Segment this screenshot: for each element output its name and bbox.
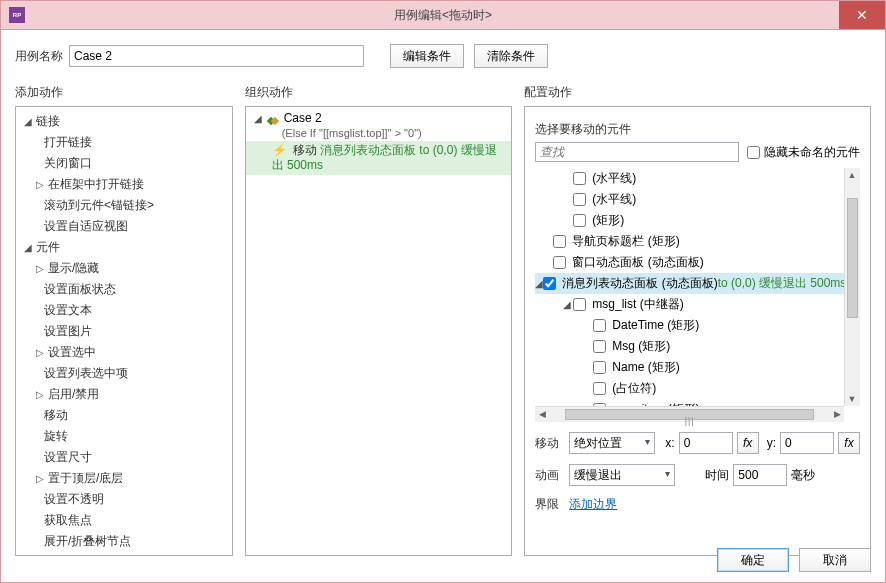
tree-item[interactable]: 设置尺寸 <box>16 447 232 468</box>
action-node[interactable]: ⚡移动 消息列表动态面板 to (0,0) 缓慢退出 500ms <box>246 141 512 175</box>
tree-group[interactable]: ◢链接 <box>16 111 232 132</box>
anim-label: 动画 <box>535 467 569 484</box>
widget-checkbox[interactable] <box>593 382 606 395</box>
widget-checkbox[interactable] <box>543 277 556 290</box>
tree-item[interactable]: 设置不透明 <box>16 489 232 510</box>
widget-checkbox[interactable] <box>593 340 606 353</box>
widget-tree-row[interactable]: ◢消息列表动态面板 (动态面板) to (0,0) 缓慢退出 500ms <box>535 273 844 294</box>
widget-checkbox[interactable] <box>553 235 566 248</box>
widget-label: (水平线) <box>592 170 636 187</box>
tree-item-label: 打开链接 <box>44 134 92 151</box>
x-input[interactable] <box>679 432 733 454</box>
widget-checkbox[interactable] <box>593 319 606 332</box>
widget-tree-row[interactable]: 导航页标题栏 (矩形) <box>535 231 844 252</box>
widget-label: 导航页标题栏 (矩形) <box>572 233 679 250</box>
widget-checkbox[interactable] <box>573 172 586 185</box>
tree-item-label: 设置图片 <box>44 323 92 340</box>
edit-condition-button[interactable]: 编辑条件 <box>390 44 464 68</box>
hide-unnamed-checkbox[interactable] <box>747 146 760 159</box>
widget-tree-row[interactable]: msg_item (矩形) <box>535 399 844 406</box>
x-fx-button[interactable]: fx <box>737 432 759 454</box>
tree-item[interactable]: ▷设置选中 <box>16 342 232 363</box>
tree-item[interactable]: 设置文本 <box>16 300 232 321</box>
tree-item[interactable]: ▷启用/禁用 <box>16 384 232 405</box>
cancel-button[interactable]: 取消 <box>799 548 871 572</box>
widget-checkbox[interactable] <box>573 214 586 227</box>
dialog-footer: 确定 取消 <box>707 548 871 572</box>
tree-item[interactable]: 设置图片 <box>16 321 232 342</box>
widget-tree[interactable]: (水平线)(水平线)(矩形)导航页标题栏 (矩形)窗口动态面板 (动态面板)◢消… <box>535 168 844 406</box>
move-row: 移动 绝对位置 x: fx y: fx <box>535 432 860 454</box>
tree-item-label: 设置选中 <box>48 344 96 361</box>
organize-header: 组织动作 <box>245 84 513 100</box>
widget-checkbox[interactable] <box>593 361 606 374</box>
tree-item-label: 设置列表选中项 <box>44 365 128 382</box>
widget-tree-row[interactable]: (水平线) <box>535 189 844 210</box>
widget-tree-row[interactable]: ◢msg_list (中继器) <box>535 294 844 315</box>
scroll-up-icon[interactable]: ▲ <box>845 168 859 182</box>
easing-combo[interactable]: 缓慢退出 <box>569 464 675 486</box>
close-button[interactable]: ✕ <box>839 1 885 29</box>
widget-tree-row[interactable]: (水平线) <box>535 168 844 189</box>
tree-item[interactable]: ▷置于顶层/底层 <box>16 468 232 489</box>
widget-checkbox[interactable] <box>553 256 566 269</box>
ok-button[interactable]: 确定 <box>717 548 789 572</box>
widget-tree-row[interactable]: Name (矩形) <box>535 357 844 378</box>
tree-item[interactable]: 设置列表选中项 <box>16 363 232 384</box>
tree-item-label: 设置面板状态 <box>44 281 116 298</box>
widget-tree-row[interactable]: DateTime (矩形) <box>535 315 844 336</box>
tree-item-label: 在框架中打开链接 <box>48 176 144 193</box>
move-mode-combo[interactable]: 绝对位置 <box>569 432 655 454</box>
tree-item[interactable]: 获取焦点 <box>16 510 232 531</box>
tree-item[interactable]: 展开/折叠树节点 <box>16 531 232 552</box>
y-input[interactable] <box>780 432 834 454</box>
scroll-down-icon[interactable]: ▼ <box>845 392 859 406</box>
add-action-panel: ◢链接打开链接关闭窗口▷在框架中打开链接滚动到元件<锚链接>设置自适应视图◢元件… <box>15 106 233 556</box>
time-input[interactable] <box>733 464 787 486</box>
tree-item[interactable]: 设置自适应视图 <box>16 216 232 237</box>
case-node[interactable]: ◢ Case 2 (Else If "[[msglist.top]]" > "0… <box>246 107 512 141</box>
tree-item-label: 显示/隐藏 <box>48 260 99 277</box>
widget-label: (矩形) <box>592 212 624 229</box>
add-bounds-link[interactable]: 添加边界 <box>569 496 617 513</box>
case-name-label: 用例名称 <box>15 48 63 65</box>
y-fx-button[interactable]: fx <box>838 432 860 454</box>
tree-item[interactable]: 旋转 <box>16 426 232 447</box>
scroll-left-icon[interactable]: ◀ <box>535 407 549 421</box>
tree-item[interactable]: 设置面板状态 <box>16 279 232 300</box>
widget-label: 消息列表动态面板 (动态面板) <box>562 275 717 292</box>
horizontal-scrollbar[interactable]: ◀ ▶ <box>535 406 844 422</box>
organize-scroll[interactable]: ◢ Case 2 (Else If "[[msglist.top]]" > "0… <box>246 107 512 555</box>
widget-label: (占位符) <box>612 380 656 397</box>
widget-checkbox[interactable] <box>573 193 586 206</box>
tree-group[interactable]: ◢元件 <box>16 237 232 258</box>
tree-item[interactable]: 移动 <box>16 405 232 426</box>
tree-item[interactable]: 滚动到元件<锚链接> <box>16 195 232 216</box>
action-prefix: 移动 <box>293 143 317 157</box>
search-input[interactable] <box>535 142 739 162</box>
scroll-thumb-h[interactable] <box>565 409 814 420</box>
bounds-row: 界限 添加边界 <box>535 496 860 513</box>
caret-icon: ▷ <box>34 263 46 274</box>
time-unit: 毫秒 <box>791 467 815 484</box>
tree-item[interactable]: 关闭窗口 <box>16 153 232 174</box>
case-name-input[interactable] <box>69 45 364 67</box>
scroll-thumb-v[interactable] <box>847 198 858 318</box>
clear-condition-button[interactable]: 清除条件 <box>474 44 548 68</box>
tree-item[interactable]: 打开链接 <box>16 132 232 153</box>
case-condition: (Else If "[[msglist.top]]" > "0") <box>252 127 512 139</box>
scroll-right-icon[interactable]: ▶ <box>830 407 844 421</box>
widget-tree-row[interactable]: Msg (矩形) <box>535 336 844 357</box>
dialog-frame: 用例名称 编辑条件 清除条件 添加动作 ◢链接打开链接关闭窗口▷在框架中打开链接… <box>0 30 886 583</box>
add-action-scroll[interactable]: ◢链接打开链接关闭窗口▷在框架中打开链接滚动到元件<锚链接>设置自适应视图◢元件… <box>16 107 232 555</box>
widget-tree-row[interactable]: (矩形) <box>535 210 844 231</box>
tree-item-label: 移动 <box>44 407 68 424</box>
tree-item[interactable]: ▷在框架中打开链接 <box>16 174 232 195</box>
widget-tree-row[interactable]: 窗口动态面板 (动态面板) <box>535 252 844 273</box>
widget-suffix: to (0,0) 缓慢退出 500ms <box>718 275 844 292</box>
widget-tree-row[interactable]: (占位符) <box>535 378 844 399</box>
tree-item[interactable]: ▷显示/隐藏 <box>16 258 232 279</box>
organize-column: 组织动作 ◢ Case 2 (Else If "[[msglist.top]]"… <box>245 84 513 556</box>
widget-checkbox[interactable] <box>573 298 586 311</box>
vertical-scrollbar[interactable]: ▲ ▼ <box>844 168 860 406</box>
